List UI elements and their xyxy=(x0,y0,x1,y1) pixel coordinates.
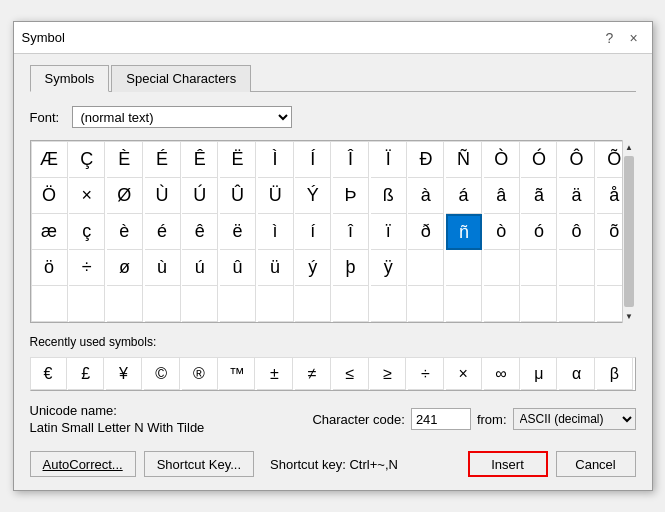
recent-symbol-cell[interactable]: ™ xyxy=(219,358,255,390)
symbol-cell[interactable] xyxy=(107,286,143,322)
symbol-cell[interactable]: ñ xyxy=(446,214,482,250)
symbol-cell[interactable]: Ó xyxy=(521,142,557,178)
symbol-cell[interactable]: È xyxy=(107,142,143,178)
scroll-up-arrow[interactable]: ▲ xyxy=(622,140,636,154)
symbol-cell[interactable]: ë xyxy=(220,214,256,250)
symbol-cell[interactable]: ý xyxy=(295,250,331,286)
symbol-cell[interactable]: æ xyxy=(32,214,68,250)
recent-symbol-cell[interactable]: ± xyxy=(257,358,293,390)
symbol-cell[interactable]: ó xyxy=(521,214,557,250)
symbol-cell[interactable] xyxy=(408,250,444,286)
symbol-cell[interactable]: Ð xyxy=(408,142,444,178)
symbol-cell[interactable]: Ê xyxy=(182,142,218,178)
recent-symbol-cell[interactable]: × xyxy=(446,358,482,390)
insert-button[interactable]: Insert xyxy=(468,451,548,477)
recent-symbol-cell[interactable]: ¥ xyxy=(106,358,142,390)
scroll-thumb[interactable] xyxy=(624,156,634,307)
recent-symbol-cell[interactable]: α xyxy=(559,358,595,390)
recent-symbol-cell[interactable]: ≤ xyxy=(333,358,369,390)
symbol-cell[interactable] xyxy=(559,250,595,286)
recent-symbol-cell[interactable]: ® xyxy=(182,358,218,390)
symbol-cell[interactable]: ÷ xyxy=(69,250,105,286)
symbol-cell[interactable] xyxy=(295,286,331,322)
symbol-cell[interactable]: ì xyxy=(258,214,294,250)
shortcut-key-button[interactable]: Shortcut Key... xyxy=(144,451,254,477)
recent-symbol-cell[interactable]: ∞ xyxy=(484,358,520,390)
symbol-cell[interactable]: ï xyxy=(371,214,407,250)
symbol-cell[interactable]: Ý xyxy=(295,178,331,214)
symbol-cell[interactable]: Ì xyxy=(258,142,294,178)
symbol-cell[interactable]: ã xyxy=(521,178,557,214)
symbol-cell[interactable]: Ø xyxy=(107,178,143,214)
symbol-cell[interactable]: Ü xyxy=(258,178,294,214)
symbol-cell[interactable] xyxy=(559,286,595,322)
recent-symbol-cell[interactable]: ÷ xyxy=(408,358,444,390)
symbol-cell[interactable]: Û xyxy=(220,178,256,214)
tab-symbols[interactable]: Symbols xyxy=(30,65,110,92)
symbol-cell[interactable] xyxy=(446,250,482,286)
recent-symbol-cell[interactable]: € xyxy=(31,358,67,390)
symbol-cell[interactable]: Æ xyxy=(32,142,68,178)
help-button[interactable]: ? xyxy=(600,28,620,48)
scrollbar[interactable]: ▲ ▼ xyxy=(622,140,636,323)
symbol-cell[interactable] xyxy=(408,286,444,322)
symbol-cell[interactable]: Î xyxy=(333,142,369,178)
symbol-cell[interactable]: Ù xyxy=(145,178,181,214)
symbol-cell[interactable]: Ç xyxy=(69,142,105,178)
char-code-input[interactable] xyxy=(411,408,471,430)
symbol-cell[interactable] xyxy=(333,286,369,322)
symbol-cell[interactable]: ô xyxy=(559,214,595,250)
symbol-cell[interactable]: á xyxy=(446,178,482,214)
symbol-cell[interactable] xyxy=(220,286,256,322)
symbol-cell[interactable]: ö xyxy=(32,250,68,286)
symbol-cell[interactable]: Ñ xyxy=(446,142,482,178)
symbol-cell[interactable]: × xyxy=(69,178,105,214)
symbol-cell[interactable]: Ë xyxy=(220,142,256,178)
recent-symbol-cell[interactable]: β xyxy=(597,358,633,390)
symbol-cell[interactable]: ä xyxy=(559,178,595,214)
symbol-cell[interactable]: â xyxy=(484,178,520,214)
symbol-cell[interactable]: ú xyxy=(182,250,218,286)
symbol-cell[interactable] xyxy=(32,286,68,322)
symbol-cell[interactable] xyxy=(521,286,557,322)
symbol-cell[interactable]: þ xyxy=(333,250,369,286)
symbol-cell[interactable] xyxy=(145,286,181,322)
symbol-cell[interactable]: É xyxy=(145,142,181,178)
symbol-cell[interactable] xyxy=(484,250,520,286)
from-select[interactable]: ASCII (decimal) ASCII (hex) Unicode (hex… xyxy=(513,408,636,430)
symbol-cell[interactable] xyxy=(521,250,557,286)
symbol-cell[interactable]: í xyxy=(295,214,331,250)
recent-symbol-cell[interactable]: ≠ xyxy=(295,358,331,390)
symbol-cell[interactable]: à xyxy=(408,178,444,214)
close-button[interactable]: × xyxy=(624,28,644,48)
autocorrect-button[interactable]: AutoCorrect... xyxy=(30,451,136,477)
symbol-cell[interactable]: î xyxy=(333,214,369,250)
symbol-cell[interactable]: Ò xyxy=(484,142,520,178)
symbol-cell[interactable]: è xyxy=(107,214,143,250)
symbol-cell[interactable]: Ï xyxy=(371,142,407,178)
symbol-cell[interactable]: Þ xyxy=(333,178,369,214)
recent-symbol-cell[interactable]: ≥ xyxy=(370,358,406,390)
symbol-cell[interactable]: ß xyxy=(371,178,407,214)
scroll-down-arrow[interactable]: ▼ xyxy=(622,309,636,323)
symbol-cell[interactable]: Ú xyxy=(182,178,218,214)
cancel-button[interactable]: Cancel xyxy=(556,451,636,477)
symbol-cell[interactable]: ê xyxy=(182,214,218,250)
symbol-cell[interactable] xyxy=(484,286,520,322)
symbol-cell[interactable] xyxy=(446,286,482,322)
symbol-cell[interactable]: Ö xyxy=(32,178,68,214)
recent-symbol-cell[interactable]: μ xyxy=(521,358,557,390)
symbol-cell[interactable]: Í xyxy=(295,142,331,178)
symbol-cell[interactable]: é xyxy=(145,214,181,250)
recent-symbol-cell[interactable]: £ xyxy=(68,358,104,390)
symbol-cell[interactable]: ù xyxy=(145,250,181,286)
symbol-cell[interactable]: ç xyxy=(69,214,105,250)
symbol-cell[interactable] xyxy=(182,286,218,322)
symbol-cell[interactable]: ÿ xyxy=(371,250,407,286)
symbol-cell[interactable]: ð xyxy=(408,214,444,250)
tab-special-characters[interactable]: Special Characters xyxy=(111,65,251,92)
symbol-cell[interactable] xyxy=(258,286,294,322)
symbol-cell[interactable]: Ô xyxy=(559,142,595,178)
symbol-cell[interactable]: ò xyxy=(484,214,520,250)
recent-symbol-cell[interactable]: © xyxy=(144,358,180,390)
